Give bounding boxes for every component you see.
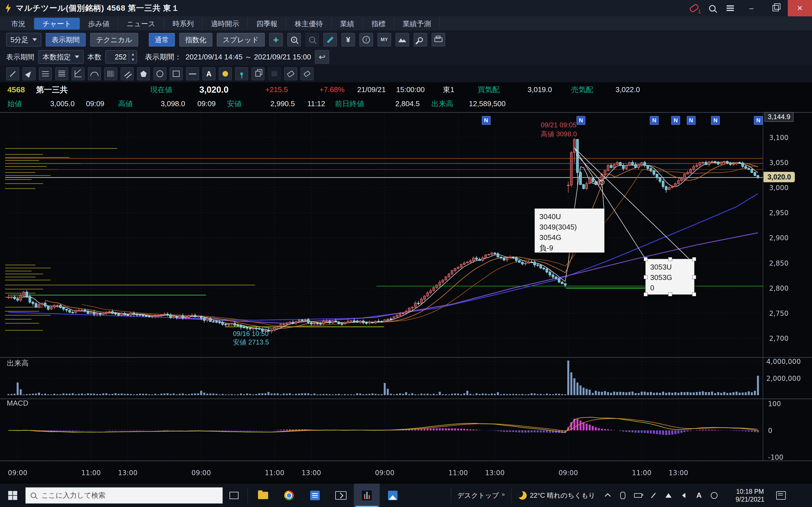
- mode-normal-button[interactable]: 通常: [149, 33, 175, 47]
- tray-volume[interactable]: [679, 491, 688, 500]
- minimize-button[interactable]: –: [739, 0, 763, 16]
- clear-all-tool-button[interactable]: [301, 67, 313, 80]
- news-marker[interactable]: N: [671, 116, 680, 125]
- tab-5[interactable]: 適時開示: [202, 18, 248, 30]
- resize-handle[interactable]: [668, 257, 672, 261]
- news-marker[interactable]: N: [482, 116, 491, 125]
- price-chart-canvas[interactable]: [0, 112, 812, 480]
- news-marker[interactable]: N: [754, 116, 763, 125]
- count-down-icon[interactable]: ▼: [129, 57, 137, 62]
- tab-10[interactable]: 業績予測: [394, 18, 440, 30]
- tab-2[interactable]: 歩み値: [80, 18, 118, 30]
- link-button[interactable]: 1: [685, 0, 703, 16]
- tray-ime[interactable]: A: [695, 491, 703, 500]
- resize-handle[interactable]: [692, 275, 696, 279]
- search-icon: [709, 5, 716, 11]
- weather-text[interactable]: 22°C 晴れのちくもり: [530, 491, 596, 500]
- search-button[interactable]: [703, 0, 721, 16]
- stamp-tool-button[interactable]: [219, 67, 232, 80]
- crosshair-button[interactable]: +: [269, 33, 283, 47]
- resize-handle[interactable]: [644, 275, 648, 279]
- pin-tool-button[interactable]: [235, 67, 248, 80]
- tray-expand-button[interactable]: [603, 491, 612, 500]
- circle-tool-button[interactable]: [153, 67, 166, 80]
- restore-button[interactable]: [763, 0, 788, 16]
- copy-tool-button[interactable]: [252, 67, 264, 80]
- close-button[interactable]: ✕: [788, 0, 812, 16]
- taskbar-clock[interactable]: 10:18 PM 9/21/2021: [726, 488, 774, 503]
- zoom-out-button[interactable]: −: [305, 33, 319, 47]
- apply-button[interactable]: ↩: [315, 50, 329, 64]
- news-marker[interactable]: N: [687, 116, 696, 125]
- resize-handle[interactable]: [692, 257, 696, 261]
- taskbar-file-explorer[interactable]: [250, 484, 276, 507]
- resize-handle[interactable]: [692, 292, 696, 296]
- info-button[interactable]: i: [359, 33, 373, 47]
- tray-mouse[interactable]: [618, 491, 627, 500]
- draw-pencil-button[interactable]: [323, 33, 337, 47]
- channel-tool-button[interactable]: [121, 67, 134, 80]
- print-button[interactable]: [432, 33, 445, 47]
- region-tool-button[interactable]: [268, 67, 281, 80]
- tray-pen[interactable]: [649, 491, 658, 500]
- taskbar-search[interactable]: [26, 487, 223, 504]
- hline-tool-button[interactable]: [186, 67, 199, 80]
- tray-globe[interactable]: [710, 491, 719, 500]
- tab-8[interactable]: 業績: [332, 18, 363, 30]
- news-marker[interactable]: N: [576, 116, 585, 125]
- taskbar-photos[interactable]: [380, 484, 406, 507]
- eraser-tool-button[interactable]: [284, 67, 297, 80]
- pen-tool-button[interactable]: [22, 67, 36, 80]
- tab-1[interactable]: チャート: [34, 18, 80, 30]
- selected-note[interactable]: 3053U 3053G 0: [645, 259, 695, 295]
- hlines3-tool-button[interactable]: [39, 67, 52, 80]
- desktop-toolbar[interactable]: デスクトップ »: [453, 491, 509, 500]
- my-settings-button[interactable]: MY: [377, 33, 391, 47]
- tab-9[interactable]: 指標: [363, 18, 394, 30]
- tray-battery[interactable]: [633, 491, 643, 500]
- arc-tool-button[interactable]: [88, 67, 101, 80]
- tooltip-line: 負-9: [539, 243, 600, 253]
- mode-spread-button[interactable]: スプレッド: [217, 33, 265, 47]
- timeframe-select[interactable]: 5分足: [6, 33, 41, 47]
- technical-button[interactable]: テクニカル: [90, 33, 138, 47]
- tab-7[interactable]: 株主優待: [286, 18, 332, 30]
- vlines-tool-button[interactable]: [104, 67, 117, 80]
- settings-button[interactable]: [414, 33, 427, 47]
- trendline-tool-button[interactable]: [6, 67, 19, 80]
- menu-button[interactable]: [721, 0, 739, 16]
- taskbar-remote-app[interactable]: [328, 484, 354, 507]
- resize-handle[interactable]: [644, 257, 648, 261]
- yen-button[interactable]: ¥: [342, 33, 355, 47]
- task-view-button[interactable]: [223, 484, 245, 507]
- text-tool-button[interactable]: A: [202, 67, 215, 80]
- tab-0[interactable]: 市況: [3, 18, 34, 30]
- taskbar-chrome[interactable]: [276, 484, 302, 507]
- hlines4-tool-button[interactable]: [55, 67, 68, 80]
- mode-index-button[interactable]: 指数化: [179, 33, 212, 47]
- tab-6[interactable]: 四季報: [248, 18, 286, 30]
- speaker-icon: [682, 493, 686, 498]
- period-button[interactable]: 表示期間: [46, 33, 86, 47]
- resize-handle[interactable]: [668, 292, 672, 296]
- taskbar-notes-app[interactable]: [302, 484, 328, 507]
- news-marker[interactable]: N: [711, 116, 720, 125]
- tray-network[interactable]: [664, 491, 673, 500]
- tab-3[interactable]: ニュース: [118, 18, 164, 30]
- notification-center-button[interactable]: [776, 491, 786, 500]
- count-up-icon[interactable]: ▲: [129, 52, 137, 57]
- gann-tool-button[interactable]: [71, 67, 85, 80]
- search-input[interactable]: [41, 491, 200, 500]
- count-input[interactable]: [106, 53, 129, 61]
- rect-tool-button[interactable]: [170, 67, 183, 80]
- taskbar-trading-app[interactable]: [354, 484, 380, 507]
- news-marker[interactable]: N: [650, 116, 659, 125]
- count-stepper[interactable]: ▲▼: [105, 50, 137, 63]
- count-mode-select[interactable]: 本数指定: [38, 50, 84, 64]
- resize-handle[interactable]: [644, 292, 648, 296]
- chart-style-button[interactable]: [396, 33, 409, 47]
- start-button[interactable]: [0, 484, 26, 507]
- zoom-in-button[interactable]: +: [287, 33, 301, 47]
- polygon-tool-button[interactable]: [137, 67, 150, 80]
- tab-4[interactable]: 時系列: [164, 18, 202, 30]
